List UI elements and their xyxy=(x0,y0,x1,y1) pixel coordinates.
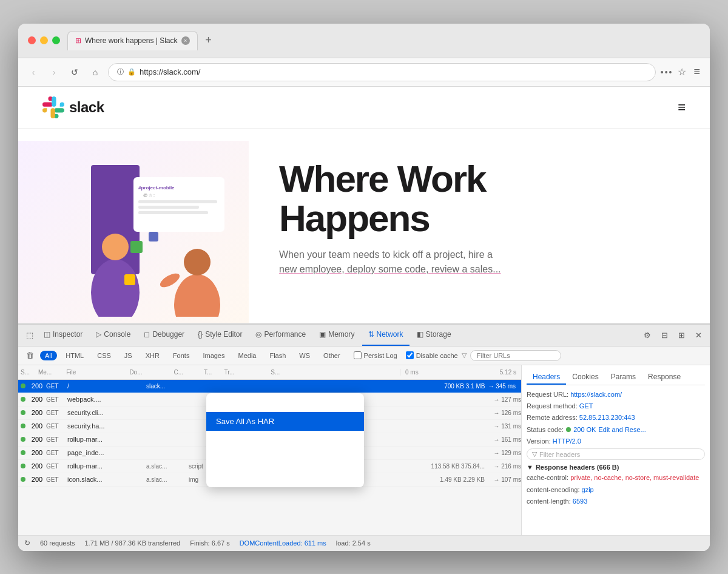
filter-urls-input[interactable] xyxy=(470,350,561,361)
svg-point-12 xyxy=(174,274,220,317)
request-count: 60 requests xyxy=(40,539,75,547)
filter-ws[interactable]: WS xyxy=(294,351,315,360)
tab-storage[interactable]: ◧ Storage xyxy=(411,324,457,346)
page-menu-button[interactable]: ≡ xyxy=(678,100,686,115)
status-dot xyxy=(21,464,25,468)
filter-all[interactable]: All xyxy=(40,351,57,360)
tab-console[interactable]: ▷ Console xyxy=(90,324,136,346)
status-code-row: Status code: 200 OK Edit and Rese... xyxy=(527,425,705,434)
transfer-size: 1.71 MB / 987.36 KB transferred xyxy=(84,539,180,547)
network-icon: ⇅ xyxy=(368,330,374,339)
network-panel: S... Me... File Do... C... T... Tr... S.… xyxy=(18,365,522,535)
tab-close-button[interactable]: × xyxy=(181,36,190,45)
tab-params[interactable]: Params xyxy=(605,370,642,385)
new-tab-button[interactable]: + xyxy=(200,32,217,49)
status-dot xyxy=(21,477,25,482)
performance-icon: ◎ xyxy=(255,330,261,339)
close-button[interactable] xyxy=(28,36,36,44)
response-headers-section[interactable]: ▼ Response headers (666 B) xyxy=(527,464,705,471)
table-row[interactable]: 200 GET / slack... 700 KB 3.1 MB → 345 m… xyxy=(18,380,521,393)
address-input[interactable]: ⓘ 🔒 https://slack.com/ xyxy=(108,63,656,81)
hero-headline: Where Work Happens xyxy=(279,159,679,238)
copy-menu-item[interactable]: Copy ▶ xyxy=(206,393,364,412)
forward-button[interactable]: › xyxy=(46,64,62,80)
open-tab-menu-item[interactable]: Open in New Tab xyxy=(206,450,364,468)
browser-menu-button[interactable]: ≡ xyxy=(691,63,703,81)
debugger-icon: ◻ xyxy=(144,330,150,339)
tab-favicon: ⊞ xyxy=(75,36,81,45)
filter-flash[interactable]: Flash xyxy=(265,351,291,360)
status-dot xyxy=(21,450,25,455)
tab-debugger[interactable]: ◻ Debugger xyxy=(138,324,190,346)
refresh-button[interactable]: ↺ xyxy=(67,64,83,80)
timeline-right: 0 ms 5.12 s xyxy=(400,369,521,376)
back-button[interactable]: ‹ xyxy=(25,64,41,80)
hero-subtitle: When your team needs to kick off a proje… xyxy=(279,248,679,277)
submenu-arrow-icon: ▶ xyxy=(349,399,354,406)
close-devtools-icon[interactable]: ✕ xyxy=(692,328,705,342)
edit-resend-menu-item[interactable]: Edit and Resend xyxy=(206,431,364,450)
content-encoding-row: content-encoding: gzip xyxy=(527,485,705,495)
network-table[interactable]: 200 GET / slack... 700 KB 3.1 MB → 345 m… xyxy=(18,380,521,535)
load-time: load: 2.54 s xyxy=(336,539,371,547)
filter-other[interactable]: Other xyxy=(318,351,345,360)
tab-style-editor[interactable]: {} Style Editor xyxy=(192,324,248,346)
save-har-menu-item[interactable]: Save All As HAR xyxy=(206,412,364,431)
filter-fonts[interactable]: Fonts xyxy=(168,351,195,360)
tab-response[interactable]: Response xyxy=(642,370,687,385)
filter-xhr[interactable]: XHR xyxy=(141,351,164,360)
cache-control-row: cache-control: private, no-cache, no-sto… xyxy=(527,473,705,482)
filter-images[interactable]: Images xyxy=(198,351,229,360)
url-text: https://slack.com/ xyxy=(140,67,647,76)
svg-text:#project-mobile: #project-mobile xyxy=(138,185,175,191)
devtools-tab-bar: ⬚ ◫ Inspector ▷ Console ◻ Debugger {} St… xyxy=(18,325,710,346)
edit-resend-link[interactable]: Edit and Rese... xyxy=(598,425,645,434)
more-options-button[interactable]: ••• xyxy=(661,67,673,77)
minimize-button[interactable] xyxy=(40,36,48,44)
status-dot xyxy=(21,410,25,415)
status-dot xyxy=(21,437,25,442)
persist-log-checkbox[interactable]: Persist Log xyxy=(354,351,397,359)
filter-headers-input[interactable]: ▽ Filter headers xyxy=(527,448,705,460)
version-row: Version: HTTP/2.0 xyxy=(527,437,705,446)
maximize-button[interactable] xyxy=(52,36,60,44)
tab-network[interactable]: ⇅ Network xyxy=(362,324,410,346)
tab-headers[interactable]: Headers xyxy=(527,370,566,385)
hero-section: #project-mobile @ ☆ : xyxy=(18,129,710,323)
svg-rect-7 xyxy=(138,206,199,209)
bookmark-button[interactable]: ☆ xyxy=(678,66,686,78)
console-icon: ▷ xyxy=(96,330,101,339)
clear-network-button[interactable]: 🗑 xyxy=(23,349,36,362)
col-size: S... xyxy=(271,369,280,376)
tab-title: Where work happens | Slack xyxy=(85,36,178,45)
performance-menu-item[interactable]: Start Performance Analysis... xyxy=(206,468,364,487)
settings-icon[interactable]: ⚙ xyxy=(641,328,654,342)
disable-cache-checkbox[interactable]: Disable cache xyxy=(406,351,458,359)
devtools-cursor-icon[interactable]: ⬚ xyxy=(23,328,36,342)
filter-media[interactable]: Media xyxy=(233,351,261,360)
timeline-left-spacer: S... Me... File Do... C... T... Tr... S.… xyxy=(18,369,400,376)
home-button[interactable]: ⌂ xyxy=(87,64,103,80)
svg-rect-9 xyxy=(130,241,143,253)
col-file: File xyxy=(66,369,76,376)
col-s: S... xyxy=(21,369,30,376)
svg-text:@ ☆ :: @ ☆ : xyxy=(143,193,155,197)
filter-html[interactable]: HTML xyxy=(61,351,89,360)
browser-tab[interactable]: ⊞ Where work happens | Slack × xyxy=(67,31,198,50)
col-transferred: Tr... xyxy=(224,369,234,376)
headers-tab-bar: Headers Cookies Params Response xyxy=(527,370,705,385)
context-menu: Copy ▶ Save All As HAR Edit and Resend O… xyxy=(206,393,364,487)
svg-rect-6 xyxy=(138,200,217,203)
requests-icon: ↻ xyxy=(24,539,30,547)
tab-memory[interactable]: ▣ Memory xyxy=(313,324,360,346)
tab-inspector[interactable]: ◫ Inspector xyxy=(38,324,89,346)
filter-js[interactable]: JS xyxy=(120,351,137,360)
tab-cookies[interactable]: Cookies xyxy=(566,370,604,385)
address-bar: ‹ › ↺ ⌂ ⓘ 🔒 https://slack.com/ ••• ☆ ≡ xyxy=(18,58,710,87)
svg-rect-8 xyxy=(138,211,208,214)
detach-icon[interactable]: ⊞ xyxy=(675,328,688,342)
split-layout-icon[interactable]: ⊟ xyxy=(658,328,671,342)
svg-point-13 xyxy=(184,249,211,275)
tab-performance[interactable]: ◎ Performance xyxy=(249,324,312,346)
filter-css[interactable]: CSS xyxy=(92,351,116,360)
